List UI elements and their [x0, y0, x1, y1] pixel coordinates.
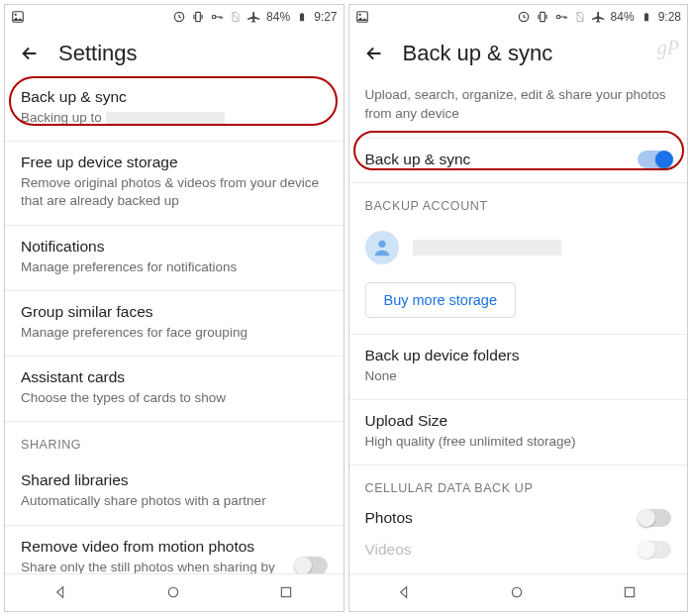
page-subtitle: Upload, search, organize, edit & share y…	[349, 76, 688, 139]
svg-point-11	[358, 14, 360, 16]
videos-label: Videos	[365, 541, 412, 559]
airplane-icon	[247, 10, 261, 24]
row-account[interactable]	[349, 221, 688, 276]
row-free-storage[interactable]: Free up device storage Remove original p…	[5, 142, 344, 225]
svg-rect-16	[645, 13, 647, 14]
app-bar: Back up & sync	[349, 29, 688, 76]
photos-label: Photos	[365, 509, 413, 527]
image-icon	[355, 10, 369, 24]
row-backup-sync[interactable]: Back up & sync Backing up to	[5, 76, 344, 142]
nav-home-icon[interactable]	[165, 584, 183, 602]
battery-icon	[640, 10, 653, 24]
svg-point-1	[15, 14, 17, 16]
app-bar: Settings	[5, 29, 344, 76]
row-subtitle: Choose the types of cards to show	[21, 389, 328, 407]
clock-time: 9:28	[658, 10, 681, 24]
back-arrow-icon[interactable]	[19, 43, 41, 64]
nav-bar	[5, 573, 344, 611]
redacted-email	[413, 240, 561, 256]
section-backup-account: BACKUP ACCOUNT	[349, 183, 688, 221]
key-icon	[210, 10, 224, 24]
sync-icon	[517, 10, 531, 24]
row-subtitle: High quality (free unlimited storage)	[365, 433, 672, 451]
row-subtitle: Manage preferences for face grouping	[21, 324, 328, 342]
backup-prefix: Backing up to	[21, 110, 102, 125]
row-title: Upload Size	[365, 412, 672, 430]
row-title: Assistant cards	[21, 368, 328, 386]
row-group-faces[interactable]: Group similar faces Manage preferences f…	[5, 291, 344, 357]
vibrate-icon	[536, 10, 549, 24]
row-title: Notifications	[21, 238, 328, 256]
settings-list: Back up & sync Backing up to Free up dev…	[5, 76, 344, 573]
sync-icon	[172, 10, 186, 24]
key-icon	[554, 10, 568, 24]
svg-rect-13	[540, 12, 544, 21]
redacted-account	[106, 112, 225, 125]
row-remove-video[interactable]: Remove video from motion photos Share on…	[5, 526, 344, 573]
svg-point-17	[378, 240, 385, 247]
row-title: Back up device folders	[365, 347, 672, 364]
row-subtitle: Share only the still photos when sharing…	[21, 559, 282, 573]
no-sim-icon	[229, 10, 243, 24]
row-subtitle: None	[365, 367, 672, 385]
row-title: Group similar faces	[21, 303, 328, 321]
svg-rect-9	[281, 587, 290, 596]
svg-point-18	[513, 587, 522, 596]
row-cellular-photos[interactable]: Photos	[349, 503, 688, 537]
svg-rect-15	[644, 14, 648, 22]
nav-back-icon[interactable]	[52, 584, 70, 602]
back-arrow-icon[interactable]	[363, 43, 385, 64]
battery-percent: 84%	[611, 10, 635, 24]
row-assistant-cards[interactable]: Assistant cards Choose the types of card…	[5, 357, 344, 422]
phone-left: 84% 9:27 Settings Back up & sync Backing…	[4, 4, 345, 612]
vibrate-icon	[191, 10, 205, 24]
row-title: Shared libraries	[21, 471, 328, 489]
row-shared-libraries[interactable]: Shared libraries Automatically share pho…	[5, 460, 344, 525]
row-notifications[interactable]: Notifications Manage preferences for not…	[5, 226, 344, 291]
airplane-icon	[592, 10, 606, 24]
battery-icon	[295, 10, 309, 24]
row-upload-size[interactable]: Upload Size High quality (free unlimited…	[349, 400, 688, 465]
row-subtitle: Manage preferences for notifications	[21, 258, 328, 276]
no-sim-icon	[573, 10, 587, 24]
battery-percent: 84%	[266, 10, 290, 24]
phone-right: gP 84% 9:28 Back up & sync Upload, searc…	[348, 4, 689, 612]
row-title: Back up & sync	[21, 88, 328, 106]
status-bar: 84% 9:28	[349, 5, 688, 29]
row-subtitle: Backing up to	[21, 109, 328, 127]
toggle-backup-sync[interactable]	[638, 151, 671, 168]
nav-home-icon[interactable]	[509, 584, 527, 602]
watermark: gP	[657, 37, 679, 59]
row-device-folders[interactable]: Back up device folders None	[349, 335, 688, 400]
row-title: Remove video from motion photos	[21, 538, 282, 556]
backup-sync-content: Upload, search, organize, edit & share y…	[349, 76, 688, 573]
svg-rect-3	[196, 12, 201, 21]
image-icon	[11, 10, 25, 24]
status-bar: 84% 9:27	[5, 5, 344, 29]
nav-back-icon[interactable]	[396, 584, 414, 602]
nav-bar	[349, 573, 688, 611]
row-cellular-videos: Videos	[349, 537, 688, 572]
backup-toggle-label: Back up & sync	[365, 151, 471, 168]
nav-recent-icon[interactable]	[622, 584, 640, 602]
row-subtitle: Remove original photos & videos from you…	[21, 174, 328, 210]
section-cellular: CELLULAR DATA BACK UP	[349, 465, 688, 503]
svg-point-14	[556, 15, 560, 19]
section-sharing: SHARING	[5, 422, 344, 460]
svg-point-4	[212, 15, 216, 19]
svg-point-8	[168, 587, 177, 596]
page-title: Back up & sync	[403, 41, 553, 66]
toggle-cellular-photos[interactable]	[638, 509, 671, 527]
svg-rect-6	[301, 13, 303, 14]
row-title: Free up device storage	[21, 154, 328, 171]
buy-more-storage-button[interactable]: Buy more storage	[365, 282, 516, 318]
toggle-remove-video[interactable]	[294, 557, 328, 573]
row-subtitle: Automatically share photos with a partne…	[21, 492, 328, 510]
row-backup-toggle[interactable]: Back up & sync	[349, 139, 688, 183]
svg-rect-19	[625, 587, 634, 596]
avatar	[365, 231, 399, 264]
page-title: Settings	[58, 41, 138, 66]
toggle-cellular-videos	[638, 541, 671, 559]
nav-recent-icon[interactable]	[278, 584, 296, 602]
clock-time: 9:27	[314, 10, 337, 24]
